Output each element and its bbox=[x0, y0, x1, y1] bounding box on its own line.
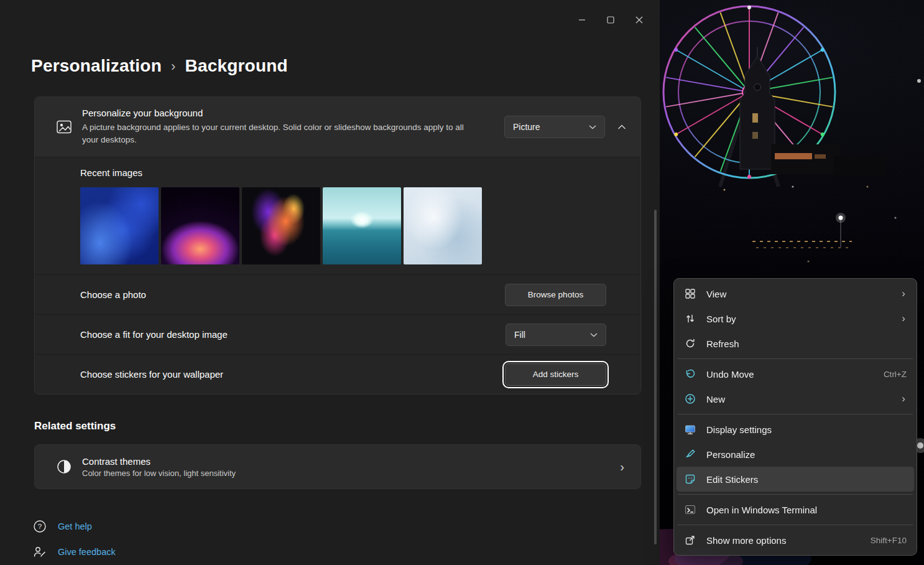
personalize-background-row: Personalize your background A picture ba… bbox=[35, 97, 640, 157]
menu-divider bbox=[678, 358, 913, 359]
menu-item-label: Open in Windows Terminal bbox=[706, 505, 907, 515]
grid-icon bbox=[684, 287, 696, 300]
minimize-icon bbox=[578, 16, 586, 24]
street-lamp bbox=[836, 213, 846, 248]
submenu-chevron-icon: › bbox=[902, 287, 907, 300]
menu-item-label: Personalize bbox=[706, 449, 907, 460]
breadcrumb: Personalization › Background bbox=[31, 56, 288, 76]
light-strings bbox=[752, 241, 852, 248]
chevron-down-icon bbox=[590, 332, 598, 337]
contrast-icon bbox=[56, 459, 72, 475]
add-stickers-button[interactable]: Add stickers bbox=[505, 363, 606, 386]
breadcrumb-parent[interactable]: Personalization bbox=[31, 56, 162, 76]
recent-images-strip bbox=[80, 187, 619, 264]
menu-item-edit-stickers[interactable]: Edit Stickers bbox=[677, 467, 914, 492]
settings-window: Personalization › Background Personalize… bbox=[0, 0, 660, 565]
terminal-icon bbox=[684, 503, 696, 516]
window-controls bbox=[568, 10, 654, 30]
recent-image-thumbnail-abstract-ribbon[interactable] bbox=[242, 187, 320, 264]
menu-item-shortcut: Shift+F10 bbox=[871, 536, 907, 545]
menu-item-show-more-options[interactable]: Show more options Shift+F10 bbox=[677, 528, 914, 553]
collapse-card-button[interactable] bbox=[617, 124, 627, 130]
close-button[interactable] bbox=[625, 10, 654, 30]
choose-fit-label: Choose a fit for your desktop image bbox=[80, 329, 228, 340]
menu-item-label: Display settings bbox=[706, 424, 907, 435]
chevron-up-icon bbox=[617, 124, 626, 130]
chevron-down-icon bbox=[589, 124, 596, 129]
recent-image-thumbnail-beach-sunrise[interactable] bbox=[323, 187, 401, 264]
submenu-chevron-icon: › bbox=[902, 393, 907, 405]
recent-image-thumbnail-blue-bloom[interactable] bbox=[80, 187, 159, 264]
recent-image-thumbnail-purple-glow[interactable] bbox=[161, 187, 239, 264]
menu-divider bbox=[678, 494, 913, 495]
background-type-dropdown[interactable]: Picture bbox=[504, 116, 605, 138]
menu-item-label: New bbox=[706, 394, 902, 404]
dropdown-value: Fill bbox=[514, 330, 525, 340]
minimize-button[interactable] bbox=[568, 10, 596, 30]
choose-photo-row: Choose a photo Browse photos bbox=[35, 274, 640, 314]
sort-icon bbox=[684, 312, 696, 325]
page-title: Background bbox=[185, 56, 287, 76]
close-icon bbox=[635, 16, 643, 24]
menu-item-shortcut: Ctrl+Z bbox=[884, 370, 907, 379]
card-description: A picture background applies to your cur… bbox=[82, 121, 480, 146]
choose-photo-label: Choose a photo bbox=[80, 289, 146, 300]
plus-circle-icon bbox=[684, 393, 696, 405]
contrast-themes-title: Contrast themes bbox=[82, 456, 236, 467]
maximize-button[interactable] bbox=[596, 10, 625, 30]
display-icon bbox=[684, 423, 696, 436]
sticker-icon bbox=[684, 473, 696, 485]
choose-stickers-label: Choose stickers for your wallpaper bbox=[80, 369, 223, 380]
background-settings-card: Personalize your background A picture ba… bbox=[34, 96, 641, 395]
card-title: Personalize your background bbox=[82, 108, 480, 118]
recent-images-label: Recent images bbox=[80, 167, 619, 178]
menu-item-open-windows-terminal[interactable]: Open in Windows Terminal bbox=[677, 497, 914, 522]
menu-item-label: Undo Move bbox=[706, 369, 884, 380]
church-silhouette bbox=[740, 47, 775, 169]
submenu-chevron-icon: › bbox=[902, 312, 907, 325]
buildings bbox=[771, 144, 887, 175]
brush-icon bbox=[684, 448, 696, 460]
more-icon bbox=[684, 534, 696, 546]
dropdown-value: Picture bbox=[513, 122, 540, 132]
menu-item-sort-by[interactable]: Sort by › bbox=[677, 306, 914, 331]
menu-item-label: Refresh bbox=[706, 339, 907, 349]
breadcrumb-separator-icon: › bbox=[171, 57, 176, 75]
recent-images-section: Recent images bbox=[35, 157, 640, 274]
browse-photos-button[interactable]: Browse photos bbox=[505, 284, 606, 306]
scrollbar[interactable] bbox=[654, 210, 657, 544]
feedback-icon bbox=[32, 544, 47, 559]
maximize-icon bbox=[607, 16, 614, 24]
undo-icon bbox=[684, 368, 696, 380]
recent-image-thumbnail-light-bloom[interactable] bbox=[404, 187, 482, 264]
menu-divider bbox=[678, 414, 913, 414]
menu-item-label: View bbox=[706, 289, 902, 299]
menu-divider bbox=[678, 525, 913, 525]
give-feedback-label: Give feedback bbox=[58, 547, 116, 557]
choose-fit-row: Choose a fit for your desktop image Fill bbox=[35, 314, 640, 354]
get-help-label: Get help bbox=[58, 521, 92, 531]
menu-item-undo-move[interactable]: Undo Move Ctrl+Z bbox=[677, 362, 914, 386]
menu-item-label: Show more options bbox=[706, 535, 871, 546]
fit-dropdown[interactable]: Fill bbox=[506, 324, 606, 346]
desktop-context-menu: View › Sort by › Refresh Undo Move Ctrl+… bbox=[673, 278, 917, 556]
help-icon: ? bbox=[32, 519, 47, 534]
personalize-background-text: Personalize your background A picture ba… bbox=[82, 108, 480, 146]
menu-item-refresh[interactable]: Refresh bbox=[677, 331, 914, 356]
svg-text:?: ? bbox=[38, 523, 42, 530]
menu-item-label: Sort by bbox=[706, 314, 902, 324]
contrast-themes-card[interactable]: Contrast themes Color themes for low vis… bbox=[34, 444, 641, 489]
choose-stickers-row: Choose stickers for your wallpaper Add s… bbox=[35, 354, 640, 394]
menu-item-new[interactable]: New › bbox=[677, 386, 914, 411]
contrast-themes-subtitle: Color themes for low vision, light sensi… bbox=[82, 469, 236, 478]
give-feedback-link[interactable]: Give feedback bbox=[32, 544, 116, 559]
chevron-right-icon: › bbox=[620, 460, 624, 474]
menu-item-label: Edit Stickers bbox=[706, 474, 907, 485]
menu-item-display-settings[interactable]: Display settings bbox=[677, 417, 914, 442]
menu-item-view[interactable]: View › bbox=[677, 281, 914, 306]
get-help-link[interactable]: ? Get help bbox=[32, 519, 92, 534]
photo-icon bbox=[56, 119, 72, 135]
refresh-icon bbox=[684, 337, 696, 350]
related-settings-heading: Related settings bbox=[34, 420, 116, 432]
menu-item-personalize[interactable]: Personalize bbox=[677, 442, 914, 467]
